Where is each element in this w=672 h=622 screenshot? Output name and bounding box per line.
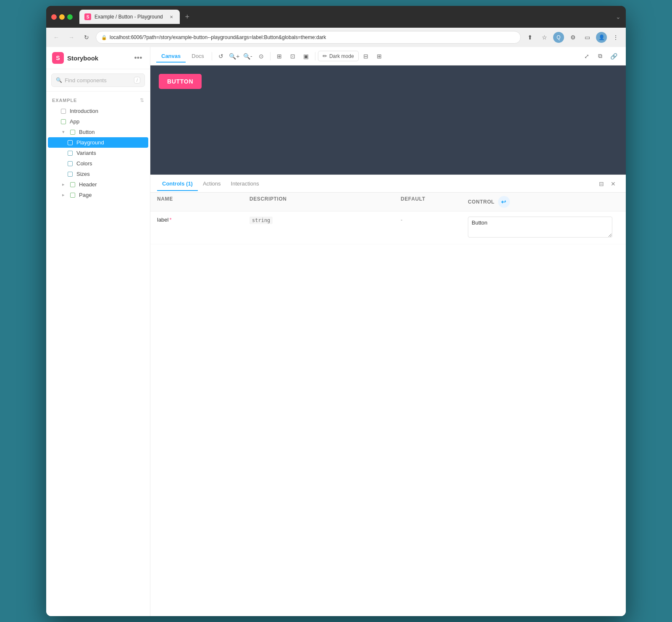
sidebar-menu-button[interactable]: ••• bbox=[132, 52, 144, 64]
sidebar-logo: S Storybook bbox=[52, 52, 98, 64]
sidebar-item-sizes[interactable]: Sizes bbox=[48, 169, 148, 179]
sidebar-item-button[interactable]: ▾ Button bbox=[48, 127, 148, 137]
sidebar-item-app-label: App bbox=[70, 118, 142, 125]
sidebar: S Storybook ••• 🔍 Find components / EXAM… bbox=[46, 47, 150, 616]
more-options-icon[interactable]: ⋮ bbox=[610, 31, 622, 43]
sidebar-item-colors-label: Colors bbox=[76, 160, 142, 167]
search-container: 🔍 Find components / bbox=[46, 69, 150, 91]
account-icon[interactable]: Q bbox=[553, 31, 564, 43]
prop-default-value: - bbox=[401, 217, 468, 223]
browser-toolbar-icons: ⬆ ☆ Q ⚙ ▭ 👤 ⋮ bbox=[524, 31, 622, 43]
dark-mode-button[interactable]: ✏ Dark mode bbox=[318, 51, 359, 61]
profile-avatar: Q bbox=[553, 32, 564, 43]
search-placeholder: Find components bbox=[65, 77, 131, 84]
measure-button[interactable]: ⊡ bbox=[286, 50, 299, 63]
sidebar-item-variants[interactable]: Variants bbox=[48, 148, 148, 158]
outline-button[interactable]: ▣ bbox=[300, 50, 312, 63]
active-browser-tab[interactable]: S Example / Button - Playground ✕ bbox=[79, 10, 180, 24]
demo-button[interactable]: BUTTON bbox=[159, 74, 202, 89]
sidebar-item-header[interactable]: ▸ Header bbox=[48, 179, 148, 190]
sidebar-item-page[interactable]: ▸ Page bbox=[48, 190, 148, 200]
layout-button[interactable]: ⊟ bbox=[360, 50, 372, 63]
preview-area: BUTTON bbox=[150, 65, 626, 175]
toolbar-divider-3 bbox=[315, 52, 315, 60]
prop-name-label: label * bbox=[157, 217, 249, 223]
close-traffic-light[interactable] bbox=[51, 14, 57, 20]
user-profile-icon[interactable]: 👤 bbox=[596, 31, 607, 43]
nav-story-icon-playground bbox=[67, 140, 73, 146]
canvas-toolbar: Canvas Docs ↺ 🔍+ 🔍- ⊙ ⊞ ⊡ ▣ ✏ Dark mode … bbox=[150, 47, 626, 65]
bookmark-icon[interactable]: ☆ bbox=[538, 31, 550, 43]
required-star: * bbox=[169, 217, 171, 223]
prop-type-badge: string bbox=[249, 217, 273, 224]
zoom-out-button[interactable]: 🔍- bbox=[242, 50, 254, 63]
table-header: Name Description Default Control ↩ bbox=[150, 193, 626, 212]
control-textarea[interactable] bbox=[468, 217, 612, 238]
user-avatar: 👤 bbox=[596, 32, 607, 43]
back-button[interactable]: ← bbox=[50, 31, 62, 43]
sidebar-title: Storybook bbox=[67, 55, 98, 62]
dark-mode-icon: ✏ bbox=[323, 53, 327, 59]
share-icon[interactable]: ⬆ bbox=[524, 31, 536, 43]
tab-interactions[interactable]: Interactions bbox=[226, 177, 264, 191]
tab-docs[interactable]: Docs bbox=[186, 50, 209, 63]
zoom-reset-button[interactable]: ⊙ bbox=[255, 50, 268, 63]
address-bar-row: ← → ↻ 🔒 localhost:6006/?path=/story/exam… bbox=[46, 28, 626, 47]
reset-controls-button[interactable]: ↩ bbox=[498, 196, 510, 208]
viewport-button[interactable]: ⊞ bbox=[373, 50, 386, 63]
search-box[interactable]: 🔍 Find components / bbox=[51, 73, 145, 87]
controls-table: Name Description Default Control ↩ label… bbox=[150, 193, 626, 616]
open-new-tab-button[interactable]: ⧉ bbox=[594, 50, 606, 63]
sidebar-item-header-label: Header bbox=[79, 181, 142, 188]
sidebar-nav: EXAMPLE ⇅ Introduction App bbox=[46, 91, 150, 616]
table-row: label * string - bbox=[150, 212, 626, 244]
sidebar-header: S Storybook ••• bbox=[46, 47, 150, 69]
panel-close-button[interactable]: ✕ bbox=[607, 178, 619, 190]
tab-bar: S Example / Button - Playground ✕ + ⌄ bbox=[79, 10, 621, 24]
nav-expand-icon-page: ▸ bbox=[60, 192, 66, 198]
nav-section-expand-icon[interactable]: ⇅ bbox=[140, 97, 144, 103]
nav-section-header: EXAMPLE ⇅ bbox=[46, 96, 150, 105]
traffic-lights bbox=[51, 14, 73, 20]
reload-button[interactable]: ↻ bbox=[81, 31, 92, 43]
sidebar-icon[interactable]: ▭ bbox=[581, 31, 593, 43]
reload-canvas-button[interactable]: ↺ bbox=[215, 50, 227, 63]
main-content: Canvas Docs ↺ 🔍+ 🔍- ⊙ ⊞ ⊡ ▣ ✏ Dark mode … bbox=[150, 47, 626, 616]
tab-controls[interactable]: Controls (1) bbox=[157, 177, 198, 191]
search-icon: 🔍 bbox=[56, 77, 62, 83]
col-header-control: Control ↩ bbox=[468, 196, 619, 208]
forward-button[interactable]: → bbox=[66, 31, 77, 43]
address-bar[interactable]: 🔒 localhost:6006/?path=/story/example-bu… bbox=[96, 31, 521, 44]
app-container: S Storybook ••• 🔍 Find components / EXAM… bbox=[46, 47, 626, 616]
sidebar-item-app[interactable]: App bbox=[48, 116, 148, 127]
tab-close-button[interactable]: ✕ bbox=[168, 13, 175, 20]
extensions-icon[interactable]: ⚙ bbox=[567, 31, 579, 43]
tab-canvas[interactable]: Canvas bbox=[156, 50, 186, 63]
prop-description: string bbox=[249, 217, 401, 224]
minimize-traffic-light[interactable] bbox=[59, 14, 65, 20]
sidebar-item-playground[interactable]: Playground bbox=[48, 137, 148, 148]
new-tab-button[interactable]: + bbox=[181, 11, 193, 23]
tab-actions[interactable]: Actions bbox=[198, 177, 226, 191]
panel-split-button[interactable]: ⊟ bbox=[596, 178, 607, 190]
maximize-traffic-light[interactable] bbox=[67, 14, 73, 20]
grid-button[interactable]: ⊞ bbox=[273, 50, 286, 63]
sidebar-item-introduction[interactable]: Introduction bbox=[48, 106, 148, 116]
search-shortcut-badge: / bbox=[134, 77, 140, 84]
copy-link-button[interactable]: 🔗 bbox=[607, 50, 620, 63]
sidebar-item-colors[interactable]: Colors bbox=[48, 158, 148, 169]
toolbar-divider-2 bbox=[270, 52, 270, 60]
tab-favicon: S bbox=[84, 13, 91, 20]
address-text: localhost:6006/?path=/story/example-butt… bbox=[110, 34, 515, 40]
nav-component-icon-app bbox=[60, 119, 66, 125]
prop-control-input bbox=[468, 217, 619, 239]
nav-component-icon-header bbox=[70, 182, 76, 188]
storybook-logo-icon: S bbox=[52, 52, 64, 64]
tab-overflow-button[interactable]: ⌄ bbox=[616, 13, 621, 20]
zoom-in-button[interactable]: 🔍+ bbox=[228, 50, 241, 63]
lock-icon: 🔒 bbox=[101, 35, 107, 40]
fullscreen-button[interactable]: ⤢ bbox=[580, 50, 593, 63]
controls-tabs: Controls (1) Actions Interactions ⊟ ✕ bbox=[150, 175, 626, 193]
col-header-name: Name bbox=[157, 196, 249, 208]
sidebar-item-button-label: Button bbox=[79, 129, 142, 135]
